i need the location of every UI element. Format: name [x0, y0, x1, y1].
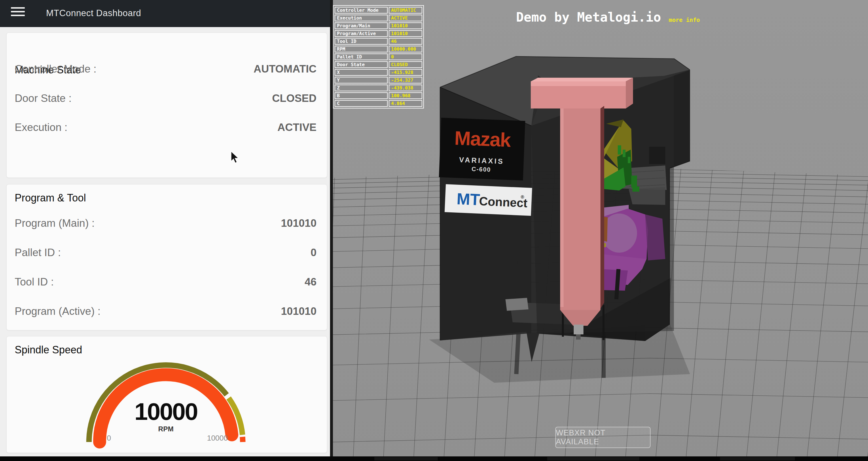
- table-row: B100.968: [335, 92, 422, 99]
- mtconnect-logo-mt: MT: [456, 190, 480, 209]
- row-label: Controller Mode :: [15, 63, 96, 75]
- table-row: Pallet ID0: [335, 54, 422, 60]
- mazak-logo: Mazak: [454, 127, 512, 151]
- mtconnect-logo-plate: MT Connect ®: [445, 184, 532, 216]
- table-row: Program/Main101010: [335, 23, 422, 29]
- machine-3d-viewport[interactable]: Mazak VARIAXIS C-600 MT Connect ® Contro…: [333, 0, 868, 461]
- row-value: AUTOMATIC: [253, 63, 316, 75]
- card-title: Program & Tool: [15, 192, 86, 204]
- table-row: Y-254.327: [335, 77, 422, 84]
- row-label: Execution :: [15, 122, 67, 134]
- table-row: Program/Active101010: [335, 30, 422, 37]
- table-row: X-415.928: [335, 69, 422, 76]
- registered-mark: ®: [521, 194, 524, 199]
- row-value: CLOSED: [272, 92, 316, 104]
- more-info-link[interactable]: more info: [669, 17, 700, 23]
- variaxis-label: VARIAXIS: [459, 156, 504, 165]
- scene-title: Demo by Metalogi.io: [516, 10, 661, 25]
- telemetry-overlay-table: Controller ModeAUTOMATIC ExecutionACTIVE…: [333, 5, 424, 108]
- table-row: ExecutionACTIVE: [335, 15, 422, 21]
- row-value: 0: [310, 246, 316, 259]
- row-label: Program (Main) :: [15, 217, 95, 229]
- table-row: Controller ModeAUTOMATIC: [335, 7, 422, 13]
- table-row: C4.864: [335, 100, 422, 107]
- row-value: ACTIVE: [277, 122, 316, 134]
- mazak-logo-plate: Mazak VARIAXIS C-600: [439, 118, 525, 180]
- table-row: Z-439.038: [335, 85, 422, 91]
- row-label: Tool ID :: [15, 276, 54, 288]
- spindle-tool: [574, 325, 584, 334]
- program-tool-card: Program & Tool Program (Main) : 101010 P…: [6, 184, 327, 330]
- table-row: Tool ID46: [335, 38, 422, 44]
- machine-state-card: Machine State Controller Mode : AUTOMATI…: [6, 33, 327, 178]
- row-value: 46: [305, 276, 316, 288]
- row-value: 101010: [281, 305, 316, 318]
- menu-icon[interactable]: [11, 7, 25, 18]
- spindle-speed-card: Spindle Speed 10000 RPM 0 10000: [6, 336, 327, 453]
- bottom-bar: [0, 456, 868, 461]
- row-label: Program (Active) :: [15, 305, 100, 318]
- row-label: Pallet ID :: [15, 246, 61, 259]
- card-title: Spindle Speed: [15, 344, 82, 356]
- gauge-min-label: 0: [107, 434, 111, 442]
- gauge-max-label: 10000: [207, 434, 228, 442]
- app-title: MTConnect Dashboard: [46, 0, 141, 27]
- gauge-value-text: 10000: [134, 398, 197, 425]
- mtconnect-logo-connect: Connect: [479, 194, 528, 210]
- machine-leg-shadow: [601, 336, 606, 378]
- table-row: RPM10000.000: [335, 46, 422, 53]
- table-row: Door StateCLOSED: [335, 61, 422, 68]
- webxr-button[interactable]: WEBXR NOT AVAILABLE: [555, 427, 651, 448]
- gauge-unit-label: RPM: [158, 425, 174, 433]
- c600-label: C-600: [471, 165, 491, 173]
- app-header: MTConnect Dashboard: [0, 0, 330, 27]
- panel-divider: [330, 0, 333, 461]
- dashboard-panel: MTConnect Dashboard Machine State Contro…: [0, 0, 330, 461]
- row-label: Door State :: [15, 92, 71, 104]
- row-value: 101010: [281, 217, 316, 229]
